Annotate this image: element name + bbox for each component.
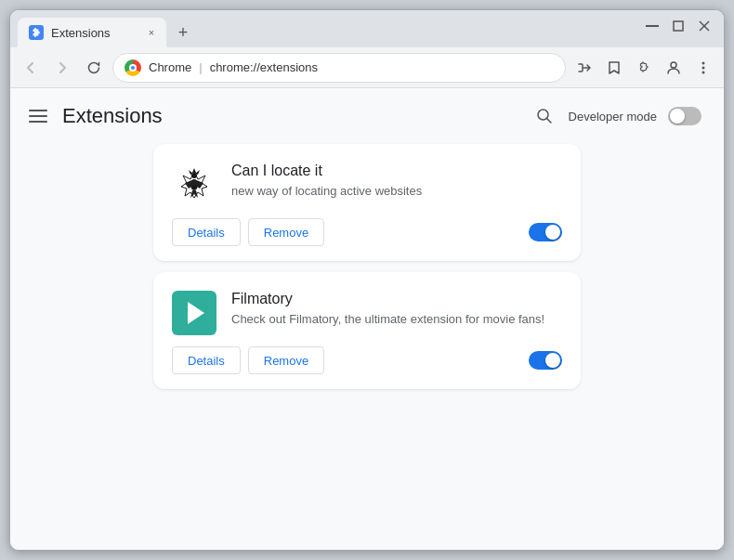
new-tab-button[interactable]: + bbox=[170, 20, 196, 46]
share-button[interactable] bbox=[571, 55, 597, 81]
extension-actions: Details Remove bbox=[172, 346, 324, 374]
extensions-button[interactable] bbox=[631, 55, 657, 81]
card-top: Can I locate it new way of locating acti… bbox=[172, 163, 562, 207]
extension-info: Can I locate it new way of locating acti… bbox=[231, 163, 562, 200]
svg-point-4 bbox=[671, 62, 676, 68]
bookmark-button[interactable] bbox=[601, 55, 627, 81]
toggle-knob bbox=[545, 225, 560, 240]
svg-point-7 bbox=[702, 71, 705, 73]
card-bottom: Details Remove bbox=[172, 218, 562, 246]
tab-label: Extensions bbox=[51, 26, 111, 40]
filmatory-icon bbox=[172, 291, 216, 335]
address-separator: | bbox=[199, 60, 202, 74]
address-bar[interactable]: Chrome | chrome://extensions bbox=[112, 53, 566, 83]
close-button[interactable] bbox=[696, 18, 713, 34]
extension-card-filmatory: Filmatory Check out Filmatory, the ultim… bbox=[153, 272, 581, 389]
extension-actions: Details Remove bbox=[172, 218, 324, 246]
forward-button[interactable] bbox=[49, 55, 75, 81]
details-button-filmatory[interactable]: Details bbox=[172, 346, 241, 374]
window-controls bbox=[644, 18, 713, 34]
toolbar-actions bbox=[571, 55, 716, 81]
menu-button[interactable] bbox=[690, 55, 716, 81]
header-left: Extensions bbox=[25, 103, 163, 129]
tab-close-btn[interactable]: × bbox=[144, 25, 159, 40]
reload-button[interactable] bbox=[81, 55, 107, 81]
details-button-can-i-locate-it[interactable]: Details bbox=[172, 218, 241, 246]
address-browser-name: Chrome bbox=[149, 60, 191, 74]
back-button[interactable] bbox=[18, 55, 44, 81]
tab-area: Extensions × + bbox=[18, 10, 196, 47]
minimize-button[interactable] bbox=[644, 18, 661, 34]
toggle-knob bbox=[670, 109, 685, 124]
browser-toolbar: Chrome | chrome://extensions bbox=[10, 47, 724, 88]
extension-description: Check out Filmatory, the ultimate extens… bbox=[231, 311, 562, 328]
extension-name: Can I locate it bbox=[231, 163, 562, 179]
can-i-locate-it-icon bbox=[172, 163, 216, 207]
remove-button-can-i-locate-it[interactable]: Remove bbox=[248, 218, 324, 246]
extension-name: Filmatory bbox=[231, 291, 562, 307]
play-icon bbox=[188, 302, 204, 324]
search-button[interactable] bbox=[531, 103, 557, 129]
extension-toggle-can-i-locate-it[interactable] bbox=[529, 223, 562, 241]
page-content: 911 Extensions Developer mode bbox=[10, 88, 724, 550]
svg-rect-0 bbox=[646, 25, 659, 27]
svg-line-9 bbox=[546, 119, 551, 124]
extension-info: Filmatory Check out Filmatory, the ultim… bbox=[231, 291, 562, 328]
extensions-list: Can I locate it new way of locating acti… bbox=[10, 137, 724, 404]
address-url: chrome://extensions bbox=[210, 60, 318, 74]
card-top: Filmatory Check out Filmatory, the ultim… bbox=[172, 291, 562, 335]
extensions-header: Extensions Developer mode bbox=[10, 88, 724, 137]
restore-button[interactable] bbox=[670, 18, 687, 34]
tab-favicon bbox=[29, 25, 44, 40]
extension-description: new way of locating active websites bbox=[231, 183, 562, 200]
profile-button[interactable] bbox=[661, 55, 687, 81]
extension-card-can-i-locate-it: Can I locate it new way of locating acti… bbox=[153, 144, 581, 261]
svg-point-6 bbox=[702, 66, 705, 69]
svg-point-5 bbox=[702, 61, 705, 64]
browser-window: Extensions × + bbox=[9, 9, 725, 551]
header-right: Developer mode bbox=[531, 103, 701, 129]
page-title: Extensions bbox=[62, 104, 163, 128]
extension-toggle-filmatory[interactable] bbox=[529, 351, 562, 370]
remove-button-filmatory[interactable]: Remove bbox=[248, 346, 324, 374]
hamburger-menu-button[interactable] bbox=[25, 103, 51, 129]
active-tab[interactable]: Extensions × bbox=[18, 18, 166, 47]
developer-mode-toggle[interactable] bbox=[668, 107, 701, 125]
svg-rect-1 bbox=[674, 21, 683, 31]
title-bar: Extensions × + bbox=[10, 10, 724, 47]
developer-mode-label: Developer mode bbox=[569, 110, 657, 124]
toggle-knob bbox=[545, 353, 560, 368]
card-bottom: Details Remove bbox=[172, 346, 562, 374]
